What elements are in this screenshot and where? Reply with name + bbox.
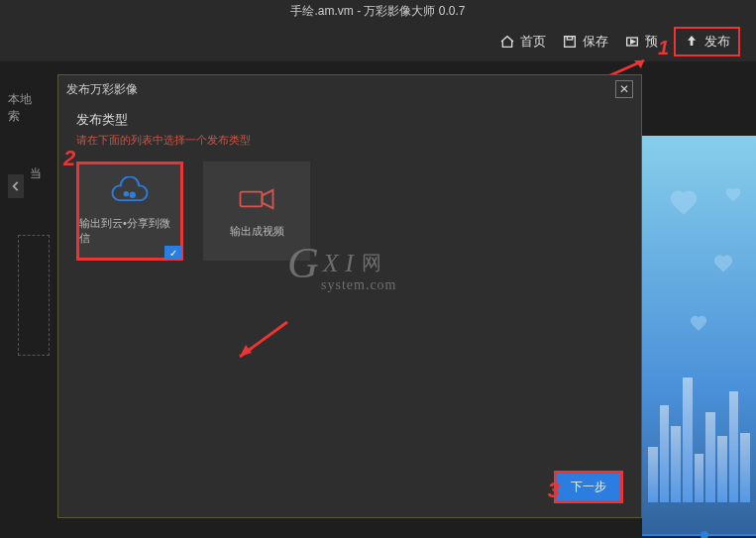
next-button[interactable]: 下一步 xyxy=(554,471,623,503)
visualizer-bars xyxy=(642,364,756,502)
modal-header: 发布万彩影像 ✕ xyxy=(58,75,641,103)
callout-number-2: 2 xyxy=(63,146,75,171)
save-label: 保存 xyxy=(583,33,608,51)
watermark: G X I 网 system.com xyxy=(287,238,381,288)
callout-number-3: 3 xyxy=(548,478,560,503)
video-icon xyxy=(235,184,278,214)
watermark-cn: 网 xyxy=(362,250,381,276)
svg-rect-1 xyxy=(567,37,572,40)
close-icon: ✕ xyxy=(619,82,629,96)
check-icon: ✓ xyxy=(164,246,182,260)
back-button[interactable] xyxy=(8,174,24,198)
option-cloud-share[interactable]: 输出到云•分享到微信 ✓ xyxy=(76,161,183,261)
upload-icon xyxy=(684,34,700,50)
heart-decoration xyxy=(725,189,742,206)
home-icon xyxy=(499,34,515,50)
publish-label: 发布 xyxy=(704,33,730,51)
section-title: 发布类型 xyxy=(76,111,623,129)
preview-icon xyxy=(624,34,640,50)
close-button[interactable]: ✕ xyxy=(615,80,633,98)
player-bar xyxy=(642,534,756,538)
home-label: 首页 xyxy=(520,33,546,51)
modal-title: 发布万彩影像 xyxy=(66,81,138,98)
option-video-label: 输出成视频 xyxy=(230,224,284,239)
svg-point-3 xyxy=(125,192,129,196)
option-cloud-label: 输出到云•分享到微信 xyxy=(79,216,180,246)
progress-handle[interactable] xyxy=(701,531,708,538)
home-button[interactable]: 首页 xyxy=(499,33,546,51)
svg-rect-0 xyxy=(565,37,576,48)
progress-line[interactable] xyxy=(642,534,756,536)
callout-number-1: 1 xyxy=(658,37,669,59)
watermark-xi: X I xyxy=(323,249,354,278)
dropzone[interactable] xyxy=(18,235,50,356)
watermark-sub: system.com xyxy=(321,277,397,293)
preview-button[interactable]: 预 xyxy=(624,33,658,51)
svg-point-4 xyxy=(130,192,135,197)
preview-label: 预 xyxy=(645,33,658,51)
section-hint: 请在下面的列表中选择一个发布类型 xyxy=(76,133,623,148)
current-label: 当 xyxy=(30,165,42,182)
publish-modal: 发布万彩影像 ✕ 发布类型 请在下面的列表中选择一个发布类型 输出到云•分享到微… xyxy=(57,74,642,518)
svg-rect-5 xyxy=(241,191,263,206)
save-button[interactable]: 保存 xyxy=(562,33,608,51)
heart-decoration xyxy=(712,256,734,277)
watermark-g: G xyxy=(287,238,319,288)
preview-panel xyxy=(642,136,756,538)
local-search-label: 本地索 xyxy=(8,91,42,125)
save-icon xyxy=(562,34,578,50)
heart-decoration xyxy=(668,191,699,222)
cloud-icon xyxy=(108,176,152,206)
window-titlebar: 手绘.am.vm - 万彩影像大师 0.0.7 xyxy=(0,0,756,22)
annotation-arrow-2 xyxy=(228,317,297,367)
arrow-left-icon xyxy=(9,179,23,193)
heart-decoration xyxy=(689,316,707,335)
publish-button[interactable]: 1 发布 xyxy=(674,27,740,56)
